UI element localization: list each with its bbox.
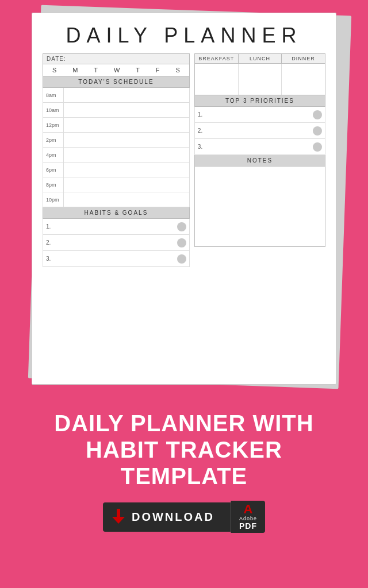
days-row: S M T W T F S: [43, 64, 190, 76]
priority-3-circle: [313, 142, 322, 152]
planner-page: DAILY PLANNER DATE: S M T W T F S TODAY'…: [32, 13, 336, 385]
dinner-col: [281, 64, 325, 95]
priority-2-label: 2.: [198, 127, 202, 134]
time-6pm: 6pm: [43, 167, 63, 173]
day-s1: S: [52, 67, 56, 74]
notes-header: NOTES: [194, 155, 325, 167]
priority-3-label: 3.: [198, 144, 202, 150]
adobe-badge: A Adobe PDF: [231, 501, 265, 533]
day-t2: T: [136, 67, 140, 74]
adobe-pdf-text: PDF: [239, 521, 257, 531]
planner-title: DAILY PLANNER: [43, 24, 325, 48]
day-f: F: [156, 67, 160, 74]
bottom-section: DAILY PLANNER WITH HABIT TRACKER TEMPLAT…: [0, 396, 368, 542]
priority-1-label: 1.: [198, 111, 202, 118]
adobe-symbol: A: [244, 503, 253, 516]
priority-3: 3.: [194, 139, 325, 155]
habit-3-circle: [177, 254, 186, 264]
day-m: M: [72, 67, 78, 74]
schedule-8am: 8am: [43, 88, 190, 103]
habit-2-circle: [177, 238, 186, 247]
day-t1: T: [94, 67, 98, 74]
adobe-logo: A Adobe PDF: [239, 503, 257, 531]
bottom-title-line3: TEMPLATE: [121, 463, 248, 489]
time-2pm: 2pm: [43, 137, 63, 143]
notes-body: [194, 167, 325, 247]
priority-2-circle: [313, 126, 322, 136]
bottom-title-line1: DAILY PLANNER WITH: [54, 411, 313, 436]
time-10am: 10am: [43, 107, 63, 113]
right-column: BREAKFAST LUNCH DINNER TOP 3 PRIORITIES …: [194, 53, 325, 267]
schedule-12pm: 12pm: [43, 118, 190, 133]
schedule-header: TODAY'S SCHEDULE: [43, 76, 190, 88]
habit-2-label: 2.: [46, 239, 51, 246]
svg-marker-1: [112, 517, 125, 524]
priorities-header: TOP 3 PRIORITIES: [194, 95, 325, 107]
lunch-col: [238, 64, 282, 95]
day-w: W: [114, 67, 120, 74]
habit-3-label: 3.: [46, 256, 51, 262]
breakfast-col: [195, 64, 238, 95]
schedule-10pm: 10pm: [43, 192, 190, 207]
time-12pm: 12pm: [43, 122, 63, 128]
left-column: DATE: S M T W T F S TODAY'S SCHEDULE 8am…: [43, 53, 190, 267]
download-area[interactable]: DOWNLOAD A Adobe PDF: [103, 501, 265, 533]
lunch-label: LUNCH: [238, 54, 282, 63]
meals-header: BREAKFAST LUNCH DINNER: [194, 53, 325, 64]
priority-1: 1.: [194, 107, 325, 123]
time-10pm: 10pm: [43, 197, 63, 203]
bottom-title-line2: HABIT TRACKER: [86, 437, 282, 462]
habits-header: HABITS & GOALS: [43, 207, 190, 219]
download-button[interactable]: DOWNLOAD: [103, 502, 231, 532]
habit-3: 3.: [43, 251, 190, 267]
breakfast-label: BREAKFAST: [195, 54, 238, 63]
priority-1-circle: [313, 110, 322, 119]
time-8am: 8am: [43, 92, 63, 98]
download-arrow-icon: [112, 509, 125, 525]
habit-2: 2.: [43, 235, 190, 251]
priority-2: 2.: [194, 123, 325, 139]
schedule-10am: 10am: [43, 103, 190, 118]
schedule-2pm: 2pm: [43, 133, 190, 148]
habit-1: 1.: [43, 219, 190, 235]
date-label: DATE:: [43, 53, 190, 64]
planner-body: DATE: S M T W T F S TODAY'S SCHEDULE 8am…: [43, 53, 325, 267]
dinner-label: DINNER: [281, 54, 325, 63]
schedule-6pm: 6pm: [43, 163, 190, 177]
bottom-title: DAILY PLANNER WITH HABIT TRACKER TEMPLAT…: [17, 410, 351, 489]
habit-1-label: 1.: [46, 223, 51, 230]
time-4pm: 4pm: [43, 152, 63, 158]
time-8pm: 8pm: [43, 182, 63, 188]
meals-body: [194, 64, 325, 95]
download-label: DOWNLOAD: [132, 510, 214, 524]
svg-rect-0: [117, 509, 120, 518]
schedule-8pm: 8pm: [43, 177, 190, 192]
day-s2: S: [176, 67, 180, 74]
habit-1-circle: [177, 222, 186, 231]
adobe-text: Adobe: [239, 516, 257, 521]
schedule-4pm: 4pm: [43, 148, 190, 163]
